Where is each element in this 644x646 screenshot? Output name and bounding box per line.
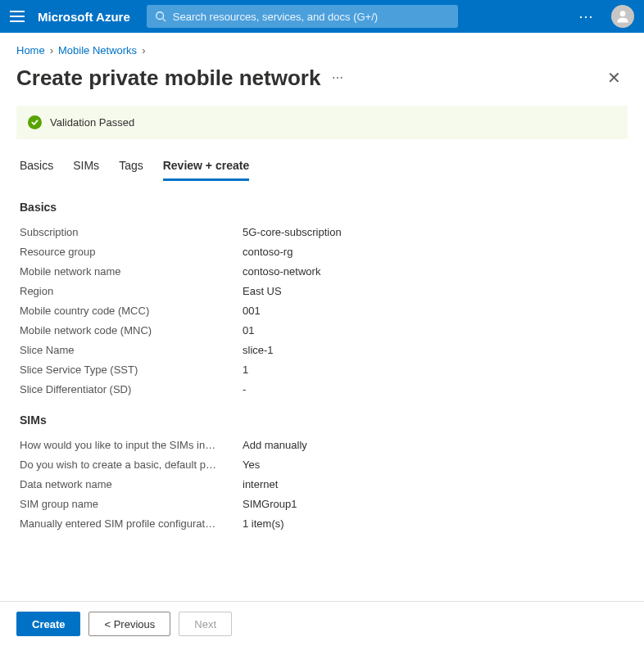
label: Slice Name <box>20 344 243 356</box>
value: East US <box>243 285 282 297</box>
create-button[interactable]: Create <box>16 612 80 636</box>
label: Slice Service Type (SST) <box>20 364 243 376</box>
tab-tags[interactable]: Tags <box>119 154 143 181</box>
breadcrumb-item-home[interactable]: Home <box>16 44 45 56</box>
value: Add manually <box>243 439 307 451</box>
row-sd: Slice Differentiator (SD) - <box>20 379 624 399</box>
tab-sims[interactable]: SIMs <box>73 154 99 181</box>
row-sim-group-name: SIM group name SIMGroup1 <box>20 494 624 513</box>
label: Do you wish to create a basic, default p… <box>20 459 243 471</box>
label: Mobile network name <box>20 265 243 278</box>
title-row: Create private mobile network ⋯ ✕ <box>0 61 644 106</box>
previous-button[interactable]: < Previous <box>88 612 170 636</box>
tab-review-create[interactable]: Review + create <box>163 154 249 181</box>
chevron-right-icon: › <box>50 44 53 56</box>
avatar[interactable] <box>611 5 634 28</box>
value: 1 item(s) <box>243 517 284 530</box>
review-content: Basics Subscription 5G-core-subscription… <box>0 201 644 533</box>
value: slice-1 <box>243 344 274 356</box>
row-mobile-network-name: Mobile network name contoso-network <box>20 261 624 281</box>
row-mnc: Mobile network code (MNC) 01 <box>20 320 624 340</box>
page-title: Create private mobile network <box>16 66 320 91</box>
row-mcc: Mobile country code (MCC) 001 <box>20 300 624 320</box>
section-title-basics: Basics <box>20 201 624 214</box>
row-default-policy: Do you wish to create a basic, default p… <box>20 454 624 474</box>
label: Resource group <box>20 246 243 258</box>
chevron-right-icon: › <box>142 44 145 56</box>
value: 1 <box>243 364 248 376</box>
topbar-more-icon[interactable]: ⋯ <box>574 7 600 25</box>
row-region: Region East US <box>20 281 624 300</box>
row-resource-group: Resource group contoso-rg <box>20 242 624 261</box>
row-sim-profiles: Manually entered SIM profile configurat…… <box>20 513 624 533</box>
value: Yes <box>243 459 260 471</box>
value: 5G-core-subscription <box>243 226 342 238</box>
footer: Create < Previous Next <box>0 601 644 646</box>
svg-point-2 <box>620 11 626 16</box>
global-search[interactable]: Search resources, services, and docs (G+… <box>147 5 458 28</box>
value: - <box>243 383 246 395</box>
label: SIM group name <box>20 498 243 510</box>
svg-line-1 <box>162 19 166 22</box>
label: Mobile country code (MCC) <box>20 305 243 317</box>
value: contoso-rg <box>243 246 293 258</box>
search-icon <box>155 11 166 22</box>
value: SIMGroup1 <box>243 498 297 510</box>
next-button: Next <box>179 612 232 636</box>
value: contoso-network <box>243 265 320 278</box>
title-more-icon[interactable]: ⋯ <box>332 71 345 84</box>
breadcrumb: Home › Mobile Networks › <box>0 33 644 61</box>
check-circle-icon <box>28 115 42 129</box>
label: Slice Differentiator (SD) <box>20 383 243 395</box>
hamburger-icon[interactable] <box>10 8 26 25</box>
label: Manually entered SIM profile configurat… <box>20 517 243 530</box>
close-icon[interactable]: ✕ <box>601 65 628 91</box>
row-subscription: Subscription 5G-core-subscription <box>20 222 624 242</box>
section-title-sims: SIMs <box>20 413 624 427</box>
label: Mobile network code (MNC) <box>20 324 243 337</box>
row-sst: Slice Service Type (SST) 1 <box>20 359 624 379</box>
validation-text: Validation Passed <box>50 116 134 129</box>
value: 01 <box>243 324 254 337</box>
row-data-network-name: Data network name internet <box>20 474 624 494</box>
svg-point-0 <box>156 12 164 20</box>
row-slice-name: Slice Name slice-1 <box>20 340 624 359</box>
tab-basics[interactable]: Basics <box>20 154 53 181</box>
tabs: Basics SIMs Tags Review + create <box>0 154 644 181</box>
brand-label: Microsoft Azure <box>38 10 130 24</box>
label: Subscription <box>20 226 243 238</box>
search-placeholder: Search resources, services, and docs (G+… <box>173 11 378 23</box>
topbar: Microsoft Azure Search resources, servic… <box>0 0 644 33</box>
label: How would you like to input the SIMs in… <box>20 439 243 451</box>
breadcrumb-item-mobile-networks[interactable]: Mobile Networks <box>58 44 137 56</box>
row-sim-input-method: How would you like to input the SIMs in…… <box>20 435 624 454</box>
value: 001 <box>243 305 261 317</box>
label: Data network name <box>20 478 243 490</box>
value: internet <box>243 478 278 490</box>
validation-banner: Validation Passed <box>16 106 628 139</box>
label: Region <box>20 285 243 297</box>
